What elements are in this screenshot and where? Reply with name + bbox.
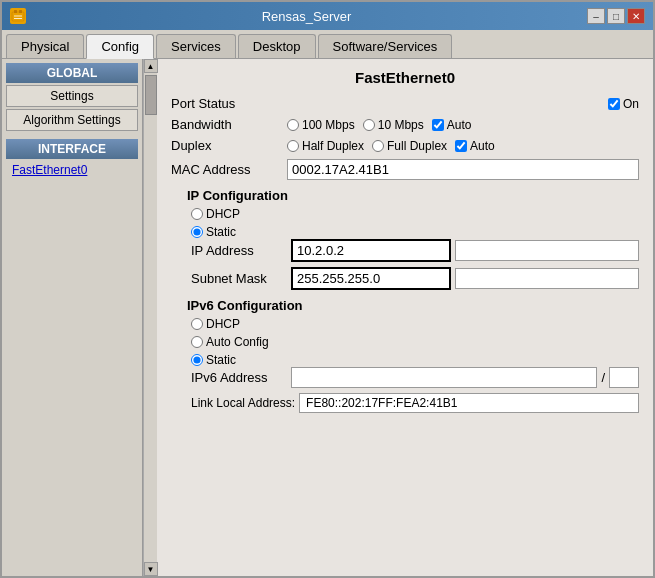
port-status-on-label: On [623,97,639,111]
ipv6-auto-label: Auto Config [206,335,269,349]
link-local-input[interactable] [299,393,639,413]
svg-rect-0 [12,12,24,21]
window-title: Rensas_Server [26,9,587,24]
port-status-on-option: On [608,97,639,111]
ip-dhcp-label: DHCP [206,207,240,221]
subnet-mask-row: Subnet Mask [191,267,639,290]
close-button[interactable]: ✕ [627,8,645,24]
ipv6-dhcp-option: DHCP [191,317,639,331]
svg-rect-1 [14,10,17,13]
duplex-auto-option: Auto [455,139,495,153]
ipv6-address-input[interactable] [291,367,597,388]
ipv6-address-row: IPv6 Address / [191,367,639,388]
content-area: GLOBAL Settings Algorithm Settings INTER… [2,59,653,576]
minimize-button[interactable]: – [587,8,605,24]
tab-software-services[interactable]: Software/Services [318,34,453,58]
duplex-full-option: Full Duplex [372,139,447,153]
duplex-options: Half Duplex Full Duplex Auto [287,139,639,153]
ipv6-static-radio[interactable] [191,354,203,366]
ipv6-auto-radio[interactable] [191,336,203,348]
port-status-label: Port Status [171,96,281,111]
mac-address-input[interactable] [287,159,639,180]
duplex-half-option: Half Duplex [287,139,364,153]
duplex-row: Duplex Half Duplex Full Duplex Auto [171,138,639,153]
tab-bar: Physical Config Services Desktop Softwar… [2,30,653,59]
scroll-up-arrow[interactable]: ▲ [144,59,158,73]
window-icon [10,8,26,24]
ip-dhcp-radio[interactable] [191,208,203,220]
scroll-thumb[interactable] [145,75,157,115]
ip-static-label: Static [206,225,236,239]
ipv6-static-option: Static [191,353,639,367]
bandwidth-10mbps-option: 10 Mbps [363,118,424,132]
duplex-auto-checkbox[interactable] [455,140,467,152]
duplex-half-label: Half Duplex [302,139,364,153]
ip-address-label: IP Address [191,243,291,258]
port-status-checkbox[interactable] [608,98,620,110]
bandwidth-100mbps-label: 100 Mbps [302,118,355,132]
mac-address-label: MAC Address [171,162,281,177]
ipv6-static-label: Static [206,353,236,367]
main-panel: FastEthernet0 Port Status On Bandwidth [157,59,653,576]
sidebar-algorithm-button[interactable]: Algorithm Settings [6,109,138,131]
scroll-down-arrow[interactable]: ▼ [144,562,158,576]
title-bar: Rensas_Server – □ ✕ [2,2,653,30]
duplex-auto-label: Auto [470,139,495,153]
ip-config-header: IP Configuration [187,188,639,203]
ip-static-option: Static [191,225,639,239]
ipv6-address-label: IPv6 Address [191,370,291,385]
subnet-mask-input[interactable] [291,267,451,290]
bandwidth-100mbps-option: 100 Mbps [287,118,355,132]
ip-static-radio[interactable] [191,226,203,238]
tab-physical[interactable]: Physical [6,34,84,58]
bandwidth-10mbps-radio[interactable] [363,119,375,131]
sidebar: GLOBAL Settings Algorithm Settings INTER… [2,59,157,576]
subnet-mask-label: Subnet Mask [191,271,291,286]
port-status-row: Port Status On [171,96,639,111]
bandwidth-auto-label: Auto [447,118,472,132]
tab-config[interactable]: Config [86,34,154,59]
tab-services[interactable]: Services [156,34,236,58]
duplex-full-radio[interactable] [372,140,384,152]
ip-address-input[interactable] [291,239,451,262]
sidebar-scrollbar[interactable]: ▲ ▼ [143,59,157,576]
ip-dhcp-option: DHCP [191,207,639,221]
bandwidth-10mbps-label: 10 Mbps [378,118,424,132]
sidebar-settings-button[interactable]: Settings [6,85,138,107]
bandwidth-label: Bandwidth [171,117,281,132]
ip-config-radio-group: DHCP Static [191,207,639,239]
bandwidth-100mbps-radio[interactable] [287,119,299,131]
svg-rect-2 [19,10,22,13]
duplex-full-label: Full Duplex [387,139,447,153]
window-controls: – □ ✕ [587,8,645,24]
sidebar-inner: GLOBAL Settings Algorithm Settings INTER… [2,59,143,576]
ipv6-dhcp-radio[interactable] [191,318,203,330]
bandwidth-options: 100 Mbps 10 Mbps Auto [287,118,639,132]
duplex-label: Duplex [171,138,281,153]
maximize-button[interactable]: □ [607,8,625,24]
ipv6-dhcp-label: DHCP [206,317,240,331]
port-status-options: On [287,97,639,111]
bandwidth-row: Bandwidth 100 Mbps 10 Mbps Auto [171,117,639,132]
panel-title: FastEthernet0 [171,69,639,86]
bandwidth-auto-checkbox[interactable] [432,119,444,131]
sidebar-interface-header: INTERFACE [6,139,138,159]
link-local-label: Link Local Address: [191,396,295,410]
ipv6-config-radio-group: DHCP Auto Config Static [191,317,639,367]
ip-address-extra-input[interactable] [455,240,639,261]
sidebar-fastethernet-link[interactable]: FastEthernet0 [6,161,138,179]
ipv6-auto-option: Auto Config [191,335,639,349]
main-window: Rensas_Server – □ ✕ Physical Config Serv… [0,0,655,578]
bandwidth-auto-option: Auto [432,118,472,132]
ipv6-prefix-input[interactable] [609,367,639,388]
mac-address-row: MAC Address [171,159,639,180]
subnet-mask-extra-input[interactable] [455,268,639,289]
ip-address-row: IP Address [191,239,639,262]
link-local-row: Link Local Address: [191,393,639,413]
ipv6-config-header: IPv6 Configuration [187,298,639,313]
sidebar-global-header: GLOBAL [6,63,138,83]
tab-desktop[interactable]: Desktop [238,34,316,58]
duplex-half-radio[interactable] [287,140,299,152]
